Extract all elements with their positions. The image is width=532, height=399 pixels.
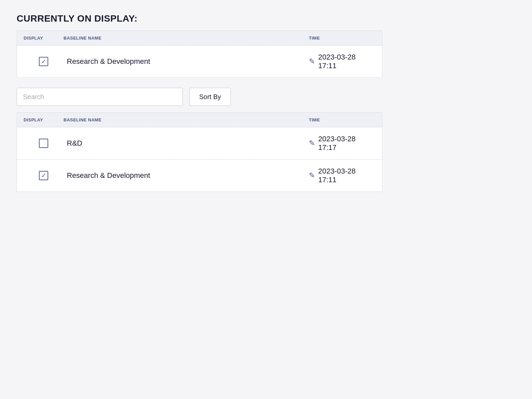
edit-icon-avail-1[interactable]: ✎ [309,139,315,148]
display-cell-1[interactable]: ✓ [24,57,64,66]
edit-icon-1[interactable]: ✎ [309,57,315,66]
display-cell-avail-2[interactable]: ✓ [24,171,64,180]
col-header-time-1: TIME [309,36,375,41]
time-cell-avail-1: ✎ 2023-03-28 17:17 [309,135,375,152]
time-value-avail-2: 2023-03-28 17:11 [318,167,375,184]
search-input[interactable] [17,88,183,106]
col-header-baseline-name-2: BASELINE NAME [64,117,309,122]
search-sort-section: Sort By [17,88,382,106]
time-cell-avail-2: ✎ 2023-03-28 17:11 [309,167,375,184]
time-value-avail-1: 2023-03-28 17:17 [318,135,375,152]
sort-by-button[interactable]: Sort By [190,88,231,106]
col-header-display-2: DISPLAY [24,117,64,122]
currently-on-display-row-1: ✓ Research & Development ✎ 2023-03-28 17… [17,46,382,77]
page-title: CURRENTLY ON DISPLAY: [17,13,515,24]
baseline-name-avail-1: R&D [64,139,309,148]
available-table-header: DISPLAY BASELINE NAME TIME [17,113,382,127]
available-row-2: ✓ Research & Development ✎ 2023-03-28 17… [17,160,382,192]
checkbox-checked-icon-2[interactable]: ✓ [39,171,48,180]
col-header-display-1: DISPLAY [24,36,64,41]
time-cell-1: ✎ 2023-03-28 17:11 [309,53,375,70]
checkbox-checked-icon-1[interactable]: ✓ [39,57,48,66]
time-value-1: 2023-03-28 17:11 [318,53,375,70]
baseline-name-cell-1: Research & Development [64,57,309,66]
currently-on-display-table-header: DISPLAY BASELINE NAME TIME [17,31,382,46]
col-header-baseline-name-1: BASELINE NAME [64,36,309,41]
currently-on-display-table: DISPLAY BASELINE NAME TIME ✓ Research & … [17,31,382,78]
checkbox-unchecked-icon-1[interactable] [39,139,48,148]
display-cell-avail-1[interactable] [24,139,64,148]
available-row-1: R&D ✎ 2023-03-28 17:17 [17,127,382,160]
col-header-time-2: TIME [309,117,375,122]
baseline-name-avail-2: Research & Development [64,171,309,180]
available-baselines-table: DISPLAY BASELINE NAME TIME R&D ✎ 2023-03… [17,112,382,192]
edit-icon-avail-2[interactable]: ✎ [309,171,315,180]
